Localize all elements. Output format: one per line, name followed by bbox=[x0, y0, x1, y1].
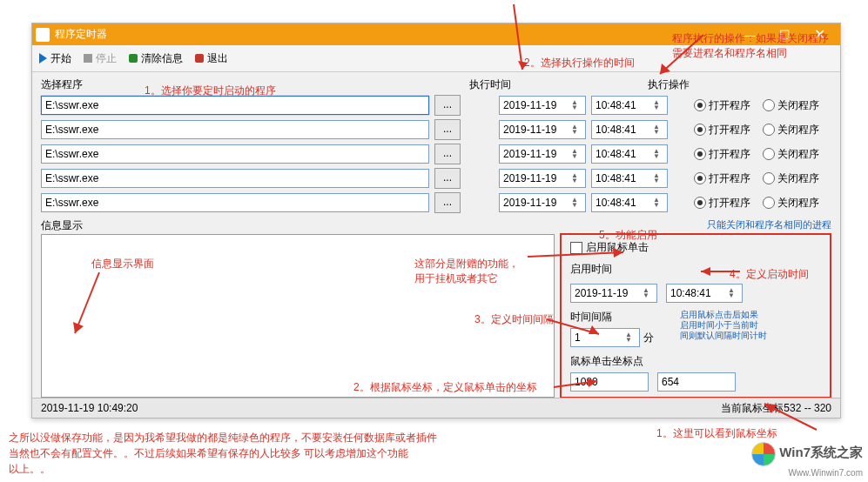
radio-icon bbox=[694, 148, 706, 160]
path-input[interactable] bbox=[41, 169, 429, 188]
time-input[interactable]: 10:48:41▲▼ bbox=[591, 144, 668, 164]
path-input[interactable] bbox=[41, 144, 429, 164]
date-input[interactable]: 2019-11-19▲▼ bbox=[499, 193, 586, 212]
panel-time[interactable]: 10:48:41▲▼ bbox=[666, 284, 743, 303]
browse-button[interactable]: ... bbox=[434, 192, 461, 213]
statusbar: 2019-11-19 10:49:20 当前鼠标坐标532 -- 320 bbox=[32, 398, 840, 418]
close-radio[interactable]: 关闭程序 bbox=[763, 123, 819, 137]
browse-button[interactable]: ... bbox=[434, 168, 461, 189]
clear-button[interactable]: 清除信息 bbox=[129, 51, 183, 66]
close-radio[interactable]: 关闭程序 bbox=[763, 98, 819, 113]
app-window: 程序定时器 — ☐ ✕ 开始 停止 清除信息 退出 选择程序 执行时间 执行操作… bbox=[31, 23, 841, 418]
interval-label: 时间间隔 bbox=[570, 310, 622, 325]
start-button[interactable]: 开始 bbox=[39, 51, 71, 66]
radio-icon bbox=[763, 148, 775, 160]
program-row: ...2019-11-19▲▼10:48:41▲▼打开程序关闭程序 bbox=[41, 166, 831, 191]
interval-unit: 分 bbox=[643, 331, 654, 345]
radio-icon bbox=[763, 197, 775, 209]
path-input[interactable] bbox=[41, 120, 429, 139]
time-input[interactable]: 10:48:41▲▼ bbox=[591, 193, 668, 212]
coord-label: 鼠标单击坐标点 bbox=[570, 354, 643, 369]
coord-x-input[interactable]: 1080 bbox=[570, 372, 649, 392]
radio-icon bbox=[694, 172, 706, 184]
exit-button[interactable]: 退出 bbox=[195, 51, 228, 66]
app-icon bbox=[36, 28, 50, 42]
date-input[interactable]: 2019-11-19▲▼ bbox=[499, 96, 586, 115]
coord-y-input[interactable]: 654 bbox=[657, 372, 736, 392]
close-radio[interactable]: 关闭程序 bbox=[763, 147, 819, 162]
mouse-panel: 启用鼠标单击 启用时间 2019-11-19▲▼ 10:48:41▲▼ 时间间隔… bbox=[560, 233, 831, 398]
annotation-4: 4。定义启动时间 bbox=[730, 267, 809, 282]
radio-icon bbox=[694, 124, 706, 136]
panel-hint: 启用鼠标点击后如果启用时间小于当前时间则默认间隔时间计时 bbox=[680, 310, 767, 341]
annotation-5: 5。功能启用 bbox=[599, 228, 657, 243]
close-radio[interactable]: 关闭程序 bbox=[763, 196, 819, 211]
radio-icon bbox=[694, 99, 706, 111]
annotation-bonus: 这部分是附赠的功能，用于挂机或者其它 bbox=[414, 257, 519, 286]
open-radio[interactable]: 打开程序 bbox=[694, 123, 750, 137]
radio-icon bbox=[694, 197, 706, 209]
panel-date[interactable]: 2019-11-19▲▼ bbox=[570, 284, 657, 303]
program-row: ...2019-11-19▲▼10:48:41▲▼打开程序关闭程序 bbox=[41, 117, 831, 142]
radio-icon bbox=[763, 172, 775, 184]
window-title: 程序定时器 bbox=[55, 27, 107, 42]
enable-time-label: 启用时间 bbox=[570, 262, 622, 277]
clear-icon bbox=[129, 54, 138, 63]
date-input[interactable]: 2019-11-19▲▼ bbox=[499, 144, 586, 164]
date-input[interactable]: 2019-11-19▲▼ bbox=[499, 169, 586, 188]
annotation-3: 程序执行的操作：如果是关闭程序需要进程名和程序名相同 bbox=[672, 31, 829, 61]
annotation-here: 1。这里可以看到鼠标坐标 bbox=[656, 426, 777, 441]
path-input[interactable] bbox=[41, 96, 429, 115]
browse-button[interactable]: ... bbox=[434, 119, 461, 140]
browse-button[interactable]: ... bbox=[434, 95, 461, 116]
info-label: 信息显示 bbox=[41, 218, 555, 234]
stop-icon bbox=[84, 54, 92, 63]
header-op: 执行操作 bbox=[648, 77, 690, 92]
win7-icon bbox=[751, 442, 776, 466]
annotation-infoui: 信息显示界面 bbox=[91, 257, 154, 271]
annotation-2: 2。选择执行操作的时间 bbox=[524, 56, 635, 70]
watermark: Win7系统之家 Www.Winwin7.com bbox=[751, 442, 863, 479]
date-input[interactable]: 2019-11-19▲▼ bbox=[499, 120, 586, 139]
program-row: ...2019-11-19▲▼10:48:41▲▼打开程序关闭程序 bbox=[41, 191, 831, 215]
time-input[interactable]: 10:48:41▲▼ bbox=[591, 120, 668, 139]
footnote: 之所以没做保存功能，是因为我希望我做的都是纯绿色的程序，不要安装任何数据库或者插… bbox=[9, 430, 437, 477]
checkbox-icon bbox=[570, 242, 582, 254]
annotation-1: 1。选择你要定时启动的程序 bbox=[145, 84, 276, 98]
browse-button[interactable]: ... bbox=[434, 144, 461, 164]
close-radio[interactable]: 关闭程序 bbox=[763, 171, 819, 186]
open-radio[interactable]: 打开程序 bbox=[694, 98, 750, 113]
exit-icon bbox=[195, 54, 204, 63]
radio-icon bbox=[763, 99, 775, 111]
annotation-interval: 3。定义时间间隔 bbox=[474, 312, 554, 327]
annotation-coord: 2。根据鼠标坐标，定义鼠标单击的坐标 bbox=[353, 380, 537, 395]
stop-button[interactable]: 停止 bbox=[84, 51, 117, 66]
open-radio[interactable]: 打开程序 bbox=[694, 171, 750, 186]
interval-input[interactable]: 1▲▼ bbox=[570, 328, 640, 347]
play-icon bbox=[39, 53, 47, 64]
path-input[interactable] bbox=[41, 193, 429, 212]
status-time: 2019-11-19 10:49:20 bbox=[41, 402, 138, 414]
status-coord: 当前鼠标坐标532 -- 320 bbox=[721, 401, 831, 416]
time-input[interactable]: 10:48:41▲▼ bbox=[591, 96, 668, 115]
open-radio[interactable]: 打开程序 bbox=[694, 147, 750, 162]
time-input[interactable]: 10:48:41▲▼ bbox=[591, 169, 668, 188]
open-radio[interactable]: 打开程序 bbox=[694, 196, 750, 211]
program-row: ...2019-11-19▲▼10:48:41▲▼打开程序关闭程序 bbox=[41, 142, 831, 166]
header-time: 执行时间 bbox=[469, 77, 630, 92]
radio-icon bbox=[763, 124, 775, 136]
